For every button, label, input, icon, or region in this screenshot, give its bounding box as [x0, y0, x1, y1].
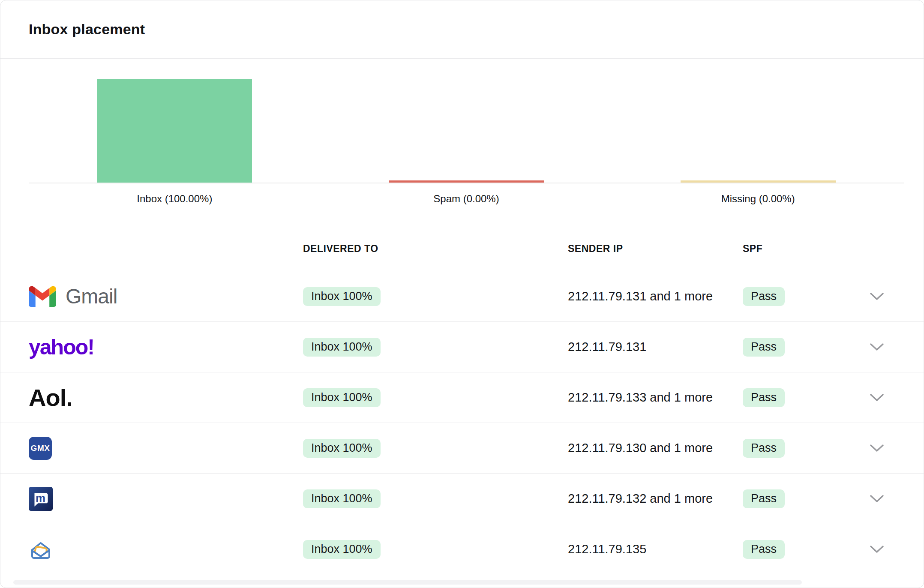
table-row: Gmail Inbox 100% 212.11.79.131 and 1 mor…: [0, 271, 924, 322]
gmail-logo-icon: [29, 286, 56, 307]
table-body: Gmail Inbox 100% 212.11.79.131 and 1 mor…: [0, 271, 924, 574]
provider-logo-cell: Gmail: [29, 285, 303, 308]
sender-ip-value: 212.11.79.133 and 1 more: [568, 390, 743, 405]
bar-label-inbox: Inbox (100.00%): [29, 193, 321, 205]
delivered-to-column-header: DELIVERED TO: [303, 243, 568, 255]
expand-cell: [840, 495, 895, 503]
spf-badge: Pass: [743, 287, 785, 306]
provider-logo-cell: GMX: [29, 437, 303, 460]
expand-cell: [840, 292, 895, 301]
chart-labels-row: Inbox (100.00%)Spam (0.00%)Missing (0.00…: [29, 183, 904, 205]
delivered-to-badge: Inbox 100%: [303, 388, 381, 407]
delivered-to-badge: Inbox 100%: [303, 439, 381, 458]
delivered-to-cell: Inbox 100%: [303, 388, 568, 407]
chevron-down-icon[interactable]: [870, 393, 884, 402]
chevron-down-icon[interactable]: [870, 545, 884, 554]
card-header: Inbox placement: [0, 0, 924, 59]
chevron-down-icon[interactable]: [870, 292, 884, 301]
sender-ip-value: 212.11.79.131: [568, 340, 743, 354]
zoho-mail-logo: [29, 537, 53, 561]
spf-badge: Pass: [743, 489, 785, 508]
spf-cell: Pass: [743, 388, 840, 407]
bar-label-missing: Missing (0.00%): [612, 193, 904, 205]
expand-cell: [840, 343, 895, 351]
table-row: GMX Inbox 100% 212.11.79.130 and 1 more …: [0, 423, 924, 474]
gmx-logo: GMX: [29, 437, 52, 460]
table-row: Inbox 100% 212.11.79.135 Pass: [0, 524, 924, 574]
spf-cell: Pass: [743, 287, 840, 306]
bar-slot-missing: [612, 79, 904, 183]
spf-cell: Pass: [743, 439, 840, 458]
chart-bars-area: [29, 79, 904, 183]
delivered-to-cell: Inbox 100%: [303, 489, 568, 508]
spf-cell: Pass: [743, 338, 840, 357]
provider-logo-cell: m: [29, 487, 303, 511]
delivered-to-cell: Inbox 100%: [303, 439, 568, 458]
spf-badge: Pass: [743, 388, 785, 407]
delivered-to-cell: Inbox 100%: [303, 540, 568, 559]
sender-ip-value: 212.11.79.132 and 1 more: [568, 492, 743, 506]
bar-inbox: [97, 79, 252, 183]
delivered-to-cell: Inbox 100%: [303, 338, 568, 357]
spf-cell: Pass: [743, 489, 840, 508]
sender-ip-value: 212.11.79.135: [568, 542, 743, 556]
spf-column-header: SPF: [743, 243, 840, 255]
table-header-row: DELIVERED TO SENDER IP SPF: [0, 226, 924, 271]
horizontal-scrollbar-thumb[interactable]: [13, 580, 802, 585]
table-row: m Inbox 100% 212.11.79.132 and 1 more Pa…: [0, 474, 924, 524]
sender-ip-value: 212.11.79.130 and 1 more: [568, 441, 743, 455]
gmail-wordmark: Gmail: [66, 285, 117, 308]
spf-badge: Pass: [743, 540, 785, 559]
delivered-to-badge: Inbox 100%: [303, 489, 381, 508]
expand-cell: [840, 545, 895, 554]
provider-logo-cell: yahoo!: [29, 335, 303, 360]
sender-ip-column-header: SENDER IP: [568, 243, 743, 255]
provider-logo-cell: Aol.: [29, 384, 303, 411]
table-row: yahoo! Inbox 100% 212.11.79.131 Pass: [0, 322, 924, 372]
inbox-placement-card: Inbox placement Inbox (100.00%)Spam (0.0…: [0, 0, 924, 588]
yahoo-logo: yahoo!: [29, 335, 94, 360]
bar-missing: [681, 180, 836, 183]
bar-slot-inbox: [29, 79, 321, 183]
expand-cell: [840, 393, 895, 402]
bar-spam: [389, 180, 544, 183]
delivered-to-badge: Inbox 100%: [303, 540, 381, 559]
bar-slot-spam: [321, 79, 612, 183]
delivered-to-cell: Inbox 100%: [303, 287, 568, 306]
delivered-to-badge: Inbox 100%: [303, 338, 381, 357]
sender-ip-value: 212.11.79.131 and 1 more: [568, 289, 743, 303]
mailcom-letter: m: [36, 492, 45, 504]
chevron-down-icon[interactable]: [870, 495, 884, 503]
mailcom-logo: m: [29, 487, 53, 511]
expand-cell: [840, 444, 895, 453]
table-row: Aol. Inbox 100% 212.11.79.133 and 1 more…: [0, 372, 924, 423]
spf-badge: Pass: [743, 338, 785, 357]
placement-chart: Inbox (100.00%)Spam (0.00%)Missing (0.00…: [29, 79, 904, 205]
aol-logo: Aol.: [29, 384, 72, 411]
bar-label-spam: Spam (0.00%): [321, 193, 612, 205]
chevron-down-icon[interactable]: [870, 343, 884, 351]
providers-table: DELIVERED TO SENDER IP SPF Gmail Inbox 1…: [0, 226, 924, 574]
spf-cell: Pass: [743, 540, 840, 559]
provider-logo-cell: [29, 537, 303, 561]
spf-badge: Pass: [743, 439, 785, 458]
page-title: Inbox placement: [29, 21, 145, 38]
chevron-down-icon[interactable]: [870, 444, 884, 453]
delivered-to-badge: Inbox 100%: [303, 287, 381, 306]
